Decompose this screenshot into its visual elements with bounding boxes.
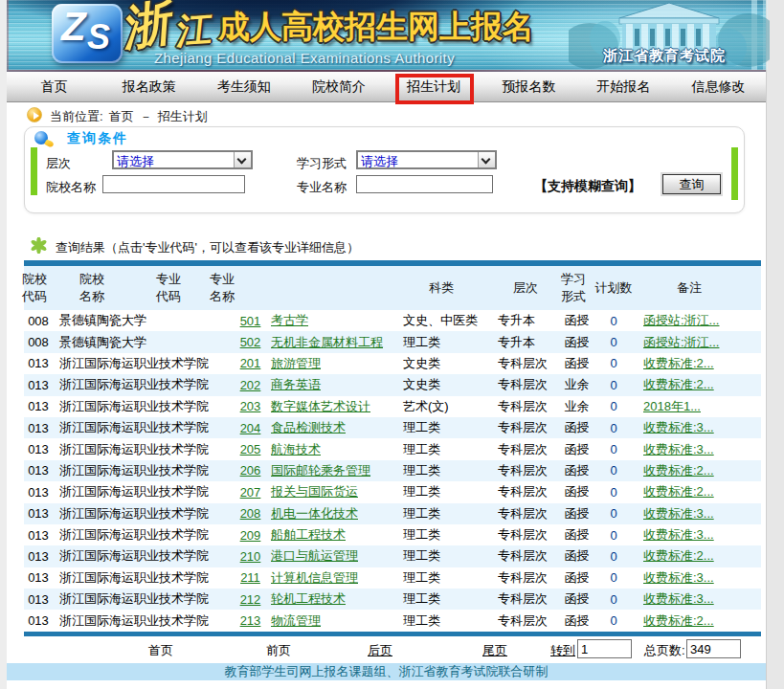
- major-name-link[interactable]: 考古学: [271, 313, 308, 327]
- major-name-link[interactable]: 机电一体化技术: [271, 506, 358, 521]
- goto-page-label[interactable]: 转到: [550, 642, 575, 659]
- cell-plan-count: 0: [594, 570, 634, 585]
- nav-item[interactable]: 报名政策: [101, 72, 196, 101]
- major-code-link[interactable]: 501: [240, 314, 261, 328]
- title-rest: 成人高校招生网上报名: [218, 11, 534, 42]
- cell-plan-count: 0: [594, 549, 634, 564]
- major-name-link[interactable]: 无机非金属材料工程: [271, 335, 383, 349]
- major-name-link[interactable]: 轮机工程技术: [271, 591, 346, 606]
- major-code-link[interactable]: 209: [240, 528, 261, 543]
- remark-link[interactable]: 收费标准:3...: [643, 591, 714, 606]
- level-label: 层次: [46, 155, 71, 172]
- remark-link[interactable]: 2018年1...: [643, 399, 701, 413]
- table-row: 013 浙江国际海运职业技术学院 210 港口与航运管理 理工类 专科层次 函授…: [24, 545, 761, 567]
- college-name-label: 院校名称: [46, 179, 96, 196]
- results-caption: 查询结果（点击'专业代码'，可以查看该专业详细信息）: [56, 239, 359, 256]
- major-code-link[interactable]: 204: [240, 421, 261, 435]
- major-name-link[interactable]: 食品检测技术: [271, 420, 346, 434]
- cell-college-name: 浙江国际海运职业技术学院: [53, 547, 235, 565]
- remark-link[interactable]: 收费标准:3...: [643, 570, 714, 585]
- remark-link[interactable]: 收费标准:2...: [643, 356, 714, 370]
- major-code-link[interactable]: 202: [240, 378, 261, 392]
- total-pages-input[interactable]: [686, 639, 741, 658]
- cell-study-form: 函授: [560, 355, 594, 372]
- nav-item[interactable]: 院校简介: [291, 72, 386, 101]
- highlight-annotation-box: [395, 74, 474, 104]
- cell-level: 专科层次: [493, 462, 560, 479]
- remark-link[interactable]: 收费标准:2...: [643, 377, 714, 391]
- remark-link[interactable]: 收费标准:2...: [643, 548, 714, 563]
- major-name-label: 专业名称: [297, 179, 347, 196]
- major-name-link[interactable]: 港口与航运管理: [271, 548, 358, 563]
- major-code-link[interactable]: 207: [240, 485, 261, 500]
- cell-college-name: 浙江国际海运职业技术学院: [53, 483, 235, 500]
- major-name-link[interactable]: 航海技术: [271, 442, 321, 456]
- major-code-link[interactable]: 212: [240, 592, 261, 607]
- agency-name: 浙江省教育考试院: [603, 47, 726, 65]
- major-name-link[interactable]: 物流管理: [271, 613, 321, 628]
- cell-college-code: 013: [24, 356, 53, 370]
- remark-link[interactable]: 收费标准:2...: [643, 613, 714, 628]
- cell-level: 专科层次: [493, 355, 560, 372]
- major-name-link[interactable]: 商务英语: [271, 377, 321, 391]
- nav-item[interactable]: 开始报名: [576, 72, 671, 101]
- nav-item[interactable]: 考生须知: [196, 72, 291, 101]
- nav-item[interactable]: 信息修改: [671, 72, 766, 101]
- level-select[interactable]: 请选择: [112, 150, 253, 169]
- goto-page-input[interactable]: [577, 639, 632, 658]
- chevron-down-icon[interactable]: [478, 152, 495, 167]
- remark-link[interactable]: 收费标准:3...: [643, 442, 714, 456]
- chevron-down-icon[interactable]: [234, 152, 251, 167]
- header-major-name: 专业名称: [208, 271, 236, 305]
- header-major-code: 专业代码: [154, 271, 183, 305]
- asterisk-icon: [31, 237, 47, 254]
- major-code-link[interactable]: 210: [240, 549, 261, 564]
- remark-link[interactable]: 收费标准:3...: [643, 527, 714, 542]
- remark-link[interactable]: 函授站:浙江...: [643, 313, 719, 327]
- major-code-link[interactable]: 205: [240, 442, 261, 456]
- cell-category: 理工类: [397, 462, 493, 479]
- fuzzy-search-hint: 【支持模糊查询】: [534, 178, 641, 195]
- nav-item[interactable]: 首页: [7, 72, 101, 101]
- cell-level: 专科层次: [493, 547, 560, 565]
- major-name-link[interactable]: 国际邮轮乘务管理: [271, 463, 370, 478]
- major-code-link[interactable]: 203: [240, 399, 261, 413]
- remark-link[interactable]: 收费标准:3...: [643, 420, 714, 434]
- table-row: 013 浙江国际海运职业技术学院 206 国际邮轮乘务管理 理工类 专科层次 函…: [24, 460, 761, 481]
- major-code-link[interactable]: 502: [240, 335, 261, 349]
- remark-link[interactable]: 函授站:浙江...: [643, 335, 719, 349]
- table-row: 013 浙江国际海运职业技术学院 211 计算机信息管理 理工类 专科层次 函授…: [24, 567, 761, 589]
- cell-category: 文史类: [397, 376, 493, 393]
- college-name-input[interactable]: [102, 175, 245, 193]
- header-remark: 备注: [677, 279, 702, 297]
- cell-plan-count: 0: [594, 528, 634, 543]
- remark-link[interactable]: 收费标准:2...: [643, 484, 714, 499]
- right-margin-scroll-area: [766, 0, 784, 689]
- major-code-link[interactable]: 206: [240, 463, 261, 478]
- page-first[interactable]: 首页: [148, 642, 173, 659]
- major-code-link[interactable]: 201: [240, 356, 261, 370]
- nav-item[interactable]: 预报名数: [482, 72, 576, 101]
- page-next[interactable]: 后页: [368, 642, 392, 659]
- major-name-link[interactable]: 旅游管理: [271, 356, 321, 370]
- major-code-link[interactable]: 208: [240, 506, 261, 521]
- major-name-link[interactable]: 数字媒体艺术设计: [271, 399, 370, 413]
- major-code-link[interactable]: 211: [240, 570, 260, 585]
- study-form-select[interactable]: 请选择: [356, 150, 497, 169]
- remark-link[interactable]: 收费标准:3...: [643, 506, 714, 521]
- major-name-link[interactable]: 船舶工程技术: [271, 527, 346, 542]
- breadcrumb-home: 首页: [109, 109, 134, 123]
- header-plan-count: 计划数: [595, 279, 633, 297]
- search-button[interactable]: 查询: [662, 174, 721, 194]
- major-code-link[interactable]: 213: [240, 613, 261, 628]
- remark-link[interactable]: 收费标准:2...: [643, 463, 714, 478]
- cell-level: 专升本: [493, 312, 560, 329]
- page-last[interactable]: 尾页: [482, 642, 507, 659]
- major-name-input[interactable]: [356, 175, 493, 193]
- table-body: 008 景德镇陶瓷大学 501 考古学 文史、中医类 专升本 函授 0 函授站:…: [24, 310, 761, 632]
- page-prev[interactable]: 前页: [266, 642, 291, 659]
- cell-category: 理工类: [397, 419, 493, 436]
- major-name-link[interactable]: 报关与国际货运: [271, 484, 358, 499]
- cell-level: 专科层次: [493, 569, 560, 587]
- major-name-link[interactable]: 计算机信息管理: [271, 570, 358, 585]
